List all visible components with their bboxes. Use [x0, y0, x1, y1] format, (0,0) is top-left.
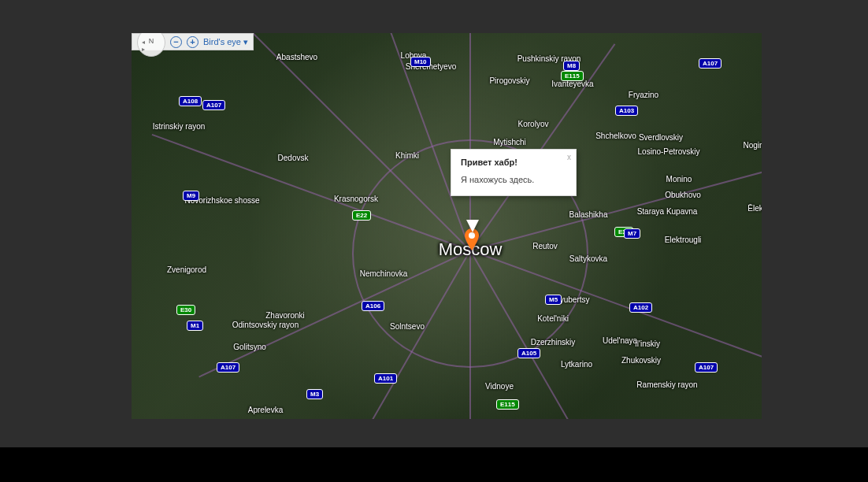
- view-mode-dropdown[interactable]: Bird's eye ▾: [203, 37, 248, 47]
- route-shield: M3: [306, 389, 323, 399]
- place-label: Zvenigorod: [167, 265, 206, 274]
- route-shield: E115: [561, 71, 584, 81]
- popup-tail: [466, 220, 479, 232]
- popup-title: Привет хабр!: [461, 158, 566, 167]
- place-label: Vidnoye: [485, 382, 514, 391]
- route-shield: A107: [699, 58, 721, 69]
- place-label: Udel'naya: [603, 336, 637, 345]
- map-viewport[interactable]: − + Bird's eye ▾ Moscow x Привет хабр! Я…: [132, 33, 762, 419]
- route-shield: A101: [374, 373, 397, 384]
- place-label: Sverdlovskiy: [639, 133, 683, 142]
- place-label: Balashikha: [569, 210, 608, 219]
- route-shield: A106: [362, 301, 384, 311]
- route-shield: E115: [496, 399, 519, 410]
- route-shield: M10: [410, 57, 431, 67]
- road-layer: [132, 33, 762, 419]
- route-shield: E30: [176, 305, 195, 315]
- place-label: Kotel'niki: [537, 314, 569, 323]
- place-label: Zhukovskiy: [621, 356, 661, 365]
- place-label: Pirogovskiy: [489, 76, 529, 85]
- route-shield: A107: [202, 100, 225, 110]
- route-shield: A108: [179, 96, 202, 106]
- route-shield: A102: [629, 302, 652, 313]
- place-label: Ēlek: [747, 204, 762, 213]
- place-label: Shchelkovo: [595, 132, 636, 140]
- place-label: Losino-Petrovskiy: [638, 147, 700, 156]
- place-label: Obukhovo: [665, 191, 701, 199]
- place-label: Staraya Kupavna: [637, 207, 698, 216]
- route-shield: M8: [563, 61, 580, 71]
- route-shield: A103: [615, 106, 638, 116]
- place-label: Aprelevka: [248, 406, 283, 414]
- zoom-out-button[interactable]: −: [170, 36, 182, 48]
- route-shield: M5: [545, 295, 562, 305]
- zoom-in-button[interactable]: +: [187, 36, 198, 48]
- place-label: Dzerzhinskiy: [531, 338, 576, 347]
- place-label: Golitsyno: [233, 343, 266, 351]
- place-label: Il'inskiy: [635, 339, 660, 348]
- svg-point-0: [469, 232, 475, 239]
- place-label: Khimki: [395, 151, 419, 160]
- view-mode-label: Bird's eye: [203, 37, 241, 46]
- route-shield: A107: [217, 362, 239, 373]
- place-label: Istrinskiy rayon: [153, 122, 206, 131]
- place-label: Dedovsk: [278, 154, 309, 162]
- place-label: Abastshevo: [276, 53, 317, 61]
- place-label: Fryazino: [629, 91, 658, 99]
- place-label: Reutov: [532, 242, 558, 250]
- place-label: Lytkarino: [561, 360, 592, 369]
- route-shield: E22: [352, 210, 371, 221]
- place-label: Nemchinovka: [360, 269, 408, 278]
- map-toolbar: − + Bird's eye ▾: [132, 33, 254, 50]
- place-label: Mytishchi: [493, 138, 526, 146]
- place-label: Ramenskiy rayon: [636, 380, 697, 389]
- route-shield: A107: [695, 362, 718, 373]
- route-shield: M9: [183, 191, 199, 201]
- route-shield: M1: [187, 321, 203, 331]
- device-bezel: [0, 447, 868, 482]
- route-shield: M7: [624, 228, 640, 239]
- place-label: Odintsovskiy rayon: [232, 321, 299, 329]
- place-label: Korolyov: [518, 120, 549, 128]
- popup-body: Я нахожусь здесь.: [461, 175, 566, 184]
- route-shield: A105: [517, 348, 540, 358]
- place-label: Saltykovka: [569, 254, 607, 263]
- place-label: Elektrougli: [665, 235, 702, 244]
- place-label: Zhavoronki: [265, 311, 304, 320]
- place-label: Nogins: [743, 141, 762, 150]
- place-label: Monino: [666, 175, 692, 184]
- close-icon[interactable]: x: [567, 153, 571, 161]
- info-popup: x Привет хабр! Я нахожусь здесь.: [451, 149, 577, 196]
- place-label: Solntsevo: [390, 322, 425, 331]
- place-label: Krasnogorsk: [334, 195, 378, 203]
- chevron-down-icon: ▾: [243, 37, 248, 46]
